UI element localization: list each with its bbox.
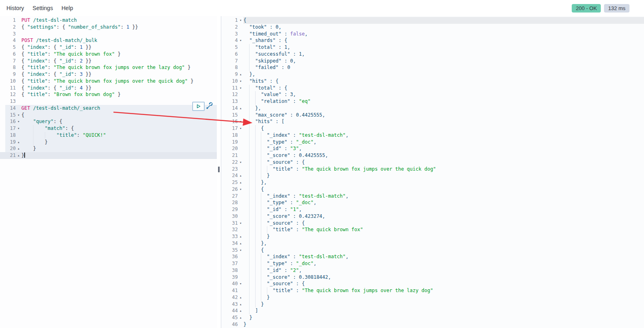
code-line: 7"skipped" : 0,	[221, 58, 644, 65]
code-line[interactable]: 15▾{	[0, 112, 217, 119]
indent-guide	[249, 220, 255, 227]
fold-toggle-icon[interactable]: ▾	[16, 125, 21, 132]
code-line[interactable]: 10{ "title": "The quick brown fox jumps …	[0, 78, 217, 85]
code-line[interactable]: 6{ "title": "The quick brown fox" }	[0, 51, 217, 58]
indent-guide	[243, 159, 249, 166]
code-line[interactable]: 16▾"query": {	[0, 118, 217, 125]
indent-guide	[243, 125, 249, 132]
fold-toggle-icon[interactable]: ▾	[238, 17, 243, 24]
fold-toggle-icon[interactable]: ▾	[238, 78, 243, 85]
code-line[interactable]: 21▴}	[0, 152, 217, 159]
code-line[interactable]: 14GET /test-dsl-match/_search	[0, 105, 217, 112]
code-token: "The quick brown fox jumps over the lazy…	[302, 288, 433, 293]
annotation-gutter	[0, 17, 5, 24]
code-line[interactable]: 8{ "title": "The quick brown fox jumps o…	[0, 64, 217, 71]
code-line[interactable]: 13	[0, 98, 217, 105]
fold-toggle-icon[interactable]: ▴	[238, 301, 243, 308]
code-text: "value" : 3,	[243, 91, 644, 98]
panel-divider[interactable]	[217, 16, 221, 328]
annotation-gutter	[0, 64, 5, 71]
code-line[interactable]: 4POST /test-dsl-match/_bulk	[0, 37, 217, 44]
code-text: { "title": "The quick brown fox jumps ov…	[21, 78, 217, 85]
fold-toggle-icon[interactable]: ▴	[16, 139, 21, 146]
fold-toggle-icon[interactable]: ▴	[238, 294, 243, 301]
fold-toggle-icon[interactable]: ▴	[16, 145, 21, 152]
code-token: "title"	[27, 78, 48, 84]
code-text: { "index": { "_id": 4 }}	[21, 85, 217, 92]
code-line[interactable]: 20▴}	[0, 145, 217, 152]
fold-toggle-icon[interactable]: ▴	[238, 105, 243, 112]
indent-guide	[249, 159, 255, 166]
fold-toggle-icon[interactable]: ▴	[238, 179, 243, 186]
send-request-button[interactable]	[192, 102, 205, 111]
fold-gutter	[16, 17, 21, 24]
code-line[interactable]: 17▾"match": {	[0, 125, 217, 132]
code-line[interactable]: 3	[0, 31, 217, 38]
code-token: "_id" :	[267, 267, 290, 273]
indent-guide	[243, 31, 249, 38]
code-line[interactable]: 9{ "index": { "_id": 3 }}	[0, 71, 217, 78]
code-token: ,	[346, 132, 348, 138]
code-line[interactable]: 1PUT /test-dsl-match	[0, 17, 217, 24]
annotation-gutter	[0, 112, 5, 119]
code-token: PUT	[21, 17, 33, 23]
fold-toggle-icon[interactable]: ▴	[238, 233, 243, 240]
indent-guide	[243, 71, 249, 78]
request-editor-panel[interactable]: 1PUT /test-dsl-match2{ "settings": { "nu…	[0, 16, 217, 328]
code-text: ]	[243, 307, 644, 314]
indent-guide	[261, 145, 266, 152]
code-token: "3"	[290, 146, 299, 151]
menu-history[interactable]: History	[6, 5, 24, 11]
fold-toggle-icon[interactable]: ▾	[238, 85, 243, 92]
code-token: "match"	[45, 125, 65, 131]
code-token: 1	[80, 44, 83, 50]
code-line[interactable]: 7{ "index": { "_id": 2 }}	[0, 58, 217, 65]
fold-toggle-icon[interactable]: ▾	[238, 247, 243, 254]
fold-gutter	[16, 58, 21, 65]
line-number: 43	[221, 301, 238, 308]
code-line: 41"title" : "The quick brown fox jumps o…	[221, 287, 644, 294]
fold-toggle-icon[interactable]: ▴	[238, 172, 243, 179]
line-number: 15	[5, 112, 16, 119]
fold-toggle-icon[interactable]: ▴	[238, 307, 243, 314]
fold-toggle-icon[interactable]: ▾	[238, 280, 243, 287]
fold-toggle-icon[interactable]: ▾	[238, 159, 243, 166]
line-number: 14	[221, 105, 238, 112]
indent-guide	[243, 186, 249, 193]
indent-guide	[243, 98, 249, 105]
annotation-gutter	[0, 71, 5, 78]
indent-guide	[243, 112, 249, 119]
code-text: },	[243, 71, 644, 78]
code-line[interactable]: 2{ "settings": { "number_of_shards": 1 }…	[0, 24, 217, 31]
fold-toggle-icon[interactable]: ▾	[238, 37, 243, 44]
code-line[interactable]: 19▴}	[0, 139, 217, 146]
divider-handle-icon[interactable]	[218, 167, 220, 172]
fold-toggle-icon[interactable]: ▴	[238, 71, 243, 78]
indent-guide	[249, 98, 255, 105]
fold-toggle-icon[interactable]: ▴	[238, 240, 243, 247]
code-line: 28"_type" : "_doc",	[221, 199, 644, 206]
menu-help[interactable]: Help	[61, 5, 73, 11]
fold-toggle-icon[interactable]: ▾	[238, 186, 243, 193]
code-token: /test-dsl-match/_search	[33, 105, 100, 111]
line-number: 11	[221, 85, 238, 92]
code-line: 37"_type" : "_doc",	[221, 260, 644, 267]
fold-toggle-icon[interactable]: ▴	[238, 314, 243, 321]
request-options-button[interactable]	[205, 102, 213, 111]
code-line[interactable]: 5{ "index": { "_id": 1 }}	[0, 44, 217, 51]
fold-toggle-icon[interactable]: ▾	[16, 118, 21, 125]
code-line[interactable]: 11{ "index": { "_id": 4 }}	[0, 85, 217, 92]
fold-toggle-icon[interactable]: ▾	[238, 118, 243, 125]
fold-toggle-icon[interactable]: ▴	[16, 152, 21, 159]
code-line: 2"took" : 0,	[221, 24, 644, 31]
code-token: "relation" :	[261, 98, 299, 104]
fold-toggle-icon[interactable]: ▾	[238, 125, 243, 132]
code-token: "_id"	[59, 85, 74, 91]
menu-settings[interactable]: Settings	[33, 5, 53, 11]
code-line[interactable]: 12{ "title": "Brown fox brown dog" }	[0, 91, 217, 98]
line-number: 18	[221, 132, 238, 139]
code-line[interactable]: 18"title": "QUICK!"	[0, 132, 217, 139]
fold-toggle-icon[interactable]: ▾	[16, 112, 21, 119]
fold-toggle-icon[interactable]: ▾	[238, 220, 243, 227]
wrench-icon	[206, 102, 213, 109]
